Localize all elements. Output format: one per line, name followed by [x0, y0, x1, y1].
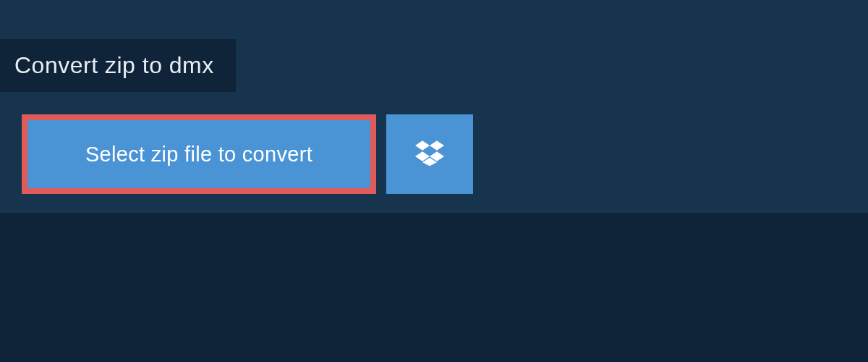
dropbox-upload-button[interactable] [386, 114, 473, 194]
page-title: Convert zip to dmx [0, 39, 236, 92]
select-file-button[interactable]: Select zip file to convert [22, 114, 376, 194]
dropbox-icon [415, 139, 444, 169]
button-row: Select zip file to convert [22, 114, 473, 194]
title-text: Convert zip to dmx [14, 52, 214, 78]
converter-section: Convert zip to dmx Select zip file to co… [0, 0, 868, 213]
select-file-label: Select zip file to convert [85, 143, 312, 167]
